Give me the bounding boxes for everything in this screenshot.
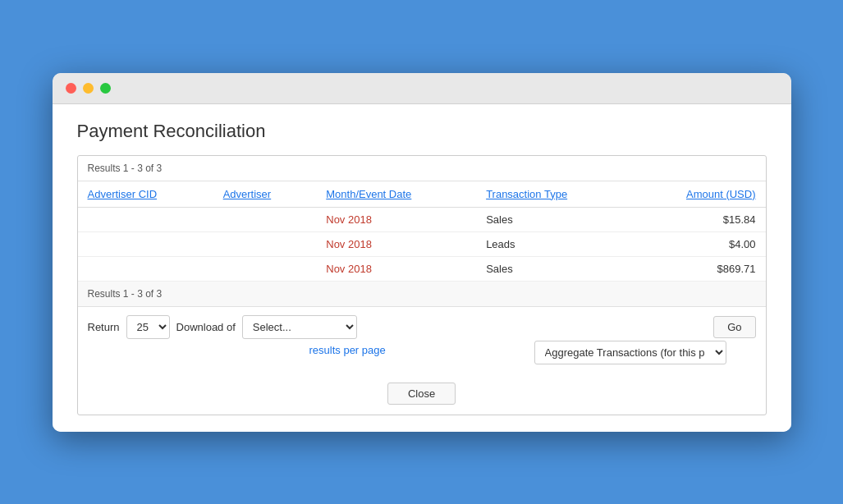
table-header-row: Advertiser CID Advertiser Month/Event Da… [78, 181, 766, 208]
controls-sub-row: results per page Aggregate Transactions … [88, 344, 756, 373]
go-button[interactable]: Go [713, 316, 755, 338]
cell-advertiser-1 [213, 207, 317, 231]
col-header-date: Month/Event Date [316, 181, 476, 208]
page-title: Payment Reconciliation [77, 121, 767, 142]
return-select[interactable]: 25 [126, 315, 170, 339]
table-row: Nov 2018 Sales $869.71 [78, 256, 766, 281]
cell-advertiser-3 [213, 256, 317, 281]
titlebar [53, 73, 791, 104]
controls-main-row: Return 25 Download of Select... Go [88, 315, 756, 339]
sort-amount[interactable]: Amount (USD) [686, 188, 756, 200]
sort-advertiser-cid[interactable]: Advertiser CID [88, 188, 158, 200]
col-header-advertiser: Advertiser [213, 181, 317, 208]
table-row: Nov 2018 Sales $15.84 [78, 207, 766, 231]
cell-date-1: Nov 2018 [316, 207, 476, 231]
close-button[interactable]: Close [387, 383, 456, 405]
cell-date-2: Nov 2018 [316, 231, 476, 256]
col-header-transaction-type: Transaction Type [476, 181, 630, 208]
sort-transaction-type[interactable]: Transaction Type [486, 188, 567, 200]
cell-transaction-type-3: Sales [476, 256, 630, 281]
controls-area: Return 25 Download of Select... Go resul… [78, 307, 766, 373]
cell-date-3: Nov 2018 [316, 256, 476, 281]
close-row: Close [78, 373, 766, 415]
cell-advertiser-cid-1 [78, 207, 213, 231]
data-table: Advertiser CID Advertiser Month/Event Da… [78, 181, 766, 282]
col-header-amount: Amount (USD) [630, 181, 765, 208]
cell-advertiser-cid-3 [78, 256, 213, 281]
download-of-label: Download of [176, 321, 236, 333]
results-footer: Results 1 - 3 of 3 [78, 282, 766, 307]
window-content: Payment Reconciliation Results 1 - 3 of … [53, 104, 791, 432]
dialog-box: Results 1 - 3 of 3 Advertiser CID Advert… [77, 155, 767, 415]
minimize-window-button[interactable] [83, 83, 94, 94]
cell-transaction-type-1: Sales [476, 207, 630, 231]
return-label: Return [88, 321, 120, 333]
results-per-page-label: results per page [309, 344, 386, 356]
cell-amount-1: $15.84 [630, 207, 765, 231]
table-row: Nov 2018 Leads $4.00 [78, 231, 766, 256]
cell-amount-3: $869.71 [630, 256, 765, 281]
cell-advertiser-cid-2 [78, 231, 213, 256]
maximize-window-button[interactable] [100, 83, 111, 94]
download-select[interactable]: Select... [242, 315, 357, 339]
cell-advertiser-2 [213, 231, 317, 256]
cell-transaction-type-2: Leads [476, 231, 630, 256]
app-window: Payment Reconciliation Results 1 - 3 of … [53, 73, 791, 432]
close-window-button[interactable] [66, 83, 76, 94]
sort-advertiser[interactable]: Advertiser [223, 188, 272, 200]
cell-amount-2: $4.00 [630, 231, 765, 256]
aggregate-select[interactable]: Aggregate Transactions (for this p [534, 341, 726, 364]
col-header-advertiser-cid: Advertiser CID [78, 181, 213, 208]
results-header-top: Results 1 - 3 of 3 [78, 156, 766, 181]
sort-date[interactable]: Month/Event Date [326, 188, 411, 200]
